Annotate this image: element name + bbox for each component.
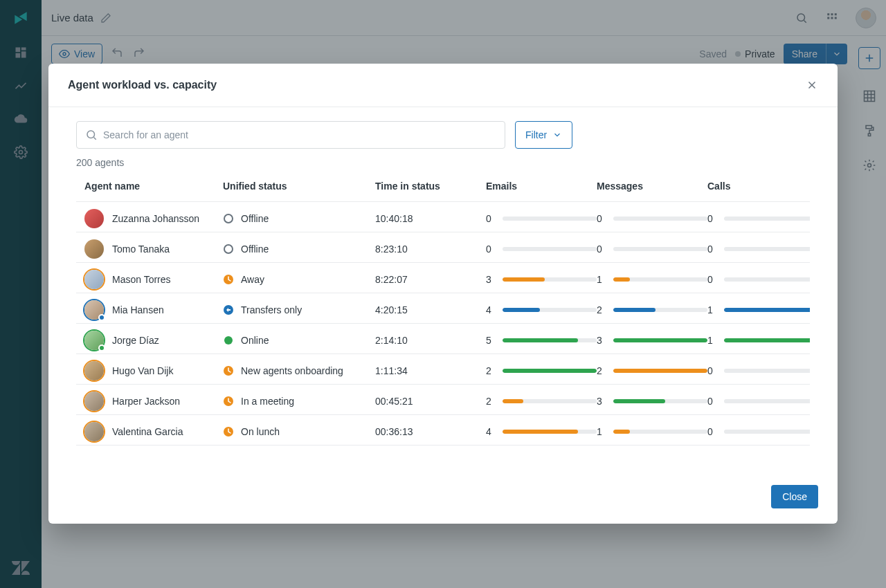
capacity-bar (503, 308, 597, 312)
metric-cell: 1 (707, 304, 810, 315)
col-unified-status: Unified status (223, 181, 375, 192)
svg-point-33 (224, 245, 233, 253)
col-emails: Emails (486, 181, 597, 192)
table-row[interactable]: Jorge Díaz Online 2:14:10 5 3 1 (76, 324, 810, 354)
agent-cell: Hugo Van Dijk (84, 361, 223, 380)
filter-button[interactable]: Filter (515, 121, 572, 149)
metric-cell: 0 (486, 244, 597, 255)
agent-name: Mia Hansen (112, 304, 164, 315)
metric-value: 0 (707, 396, 717, 407)
metric-value: 4 (486, 426, 496, 437)
metric-cell: 2 (486, 396, 597, 407)
status-cell: On lunch (223, 426, 375, 437)
modal-header: Agent workload vs. capacity (48, 64, 838, 107)
agent-name: Mason Torres (112, 274, 171, 285)
time-in-status: 00:36:13 (375, 426, 486, 437)
metric-value: 0 (707, 365, 717, 376)
table-row[interactable]: Zuzanna Johansson Offline 10:40:18 0 0 0 (76, 202, 810, 232)
svg-point-30 (87, 131, 95, 138)
agent-name: Tomo Tanaka (112, 244, 170, 255)
agent-cell: Valentina Garcia (84, 422, 223, 441)
metric-value: 3 (486, 274, 496, 285)
table-row[interactable]: Hugo Van Dijk New agents onboarding 1:11… (76, 354, 810, 385)
time-in-status: 10:40:18 (375, 213, 486, 224)
capacity-bar (613, 399, 707, 403)
close-icon[interactable] (806, 79, 818, 91)
metric-value: 0 (486, 213, 496, 224)
agent-name: Hugo Van Dijk (112, 365, 173, 376)
metric-value: 1 (597, 274, 606, 285)
status-icon (223, 426, 234, 437)
agent-cell: Jorge Díaz (84, 331, 223, 350)
metric-cell: 3 (597, 335, 707, 346)
capacity-bar (724, 247, 810, 251)
status-label: Transfers only (241, 304, 302, 315)
svg-line-31 (93, 137, 96, 139)
table-header-row: Agent name Unified status Time in status… (76, 181, 810, 202)
agent-workload-modal: Agent workload vs. capacity Filter 200 a… (48, 64, 838, 524)
status-cell: Offline (223, 213, 375, 224)
status-icon (223, 304, 234, 315)
metric-cell: 4 (486, 304, 597, 315)
agent-avatar (84, 392, 104, 411)
col-calls: Calls (707, 181, 810, 192)
agent-search-field[interactable] (103, 129, 496, 140)
capacity-bar (724, 217, 810, 221)
modal-footer: Close (48, 472, 838, 524)
metric-cell: 1 (707, 335, 810, 346)
status-cell: Online (223, 335, 375, 346)
metric-cell: 0 (707, 396, 810, 407)
metric-cell: 0 (597, 244, 707, 255)
agent-avatar (84, 300, 104, 320)
close-button[interactable]: Close (771, 485, 818, 508)
table-row[interactable]: Harper Jackson In a meeting 00:45:21 2 3… (76, 385, 810, 415)
agent-avatar (84, 361, 104, 380)
status-icon (223, 244, 234, 255)
capacity-bar (724, 369, 810, 373)
agent-search-input[interactable] (76, 121, 505, 149)
metric-cell: 3 (597, 396, 707, 407)
capacity-bar (503, 338, 597, 342)
agent-cell: Harper Jackson (84, 392, 223, 411)
col-messages: Messages (597, 181, 707, 192)
metric-value: 1 (707, 304, 717, 315)
metric-cell: 5 (486, 335, 597, 346)
status-icon (223, 396, 234, 407)
capacity-bar (724, 277, 810, 282)
agent-avatar (84, 331, 104, 350)
metric-value: 3 (597, 396, 606, 407)
status-label: Away (241, 274, 264, 285)
metric-cell: 2 (486, 365, 597, 376)
search-icon (85, 129, 98, 141)
metric-value: 0 (707, 426, 717, 437)
metric-cell: 3 (486, 274, 597, 285)
table-row[interactable]: Mia Hansen Transfers only 4:20:15 4 2 1 (76, 293, 810, 324)
metric-value: 0 (707, 274, 717, 285)
agent-cell: Zuzanna Johansson (84, 209, 223, 228)
status-icon (223, 365, 234, 376)
agent-name: Valentina Garcia (112, 426, 183, 437)
table-row[interactable]: Mason Torres Away 8:22:07 3 1 0 (76, 263, 810, 293)
metric-value: 4 (486, 304, 496, 315)
presence-badge-icon (98, 314, 105, 321)
agent-avatar (84, 270, 104, 289)
metric-value: 0 (707, 244, 717, 255)
time-in-status: 8:22:07 (375, 274, 486, 285)
capacity-bar (724, 430, 810, 434)
metric-value: 2 (597, 365, 606, 376)
metric-cell: 0 (707, 365, 810, 376)
table-row[interactable]: Tomo Tanaka Offline 8:23:10 0 0 0 (76, 232, 810, 263)
metric-cell: 0 (707, 426, 810, 437)
metric-value: 5 (486, 335, 496, 346)
capacity-bar (613, 308, 707, 312)
metric-value: 1 (597, 426, 606, 437)
status-cell: Away (223, 274, 375, 285)
chevron-down-icon (552, 130, 562, 140)
status-cell: Offline (223, 244, 375, 255)
capacity-bar (724, 308, 810, 312)
metric-value: 0 (707, 213, 717, 224)
time-in-status: 4:20:15 (375, 304, 486, 315)
table-row[interactable]: Valentina Garcia On lunch 00:36:13 4 1 0 (76, 415, 810, 445)
metric-value: 2 (597, 304, 606, 315)
capacity-bar (613, 277, 707, 282)
